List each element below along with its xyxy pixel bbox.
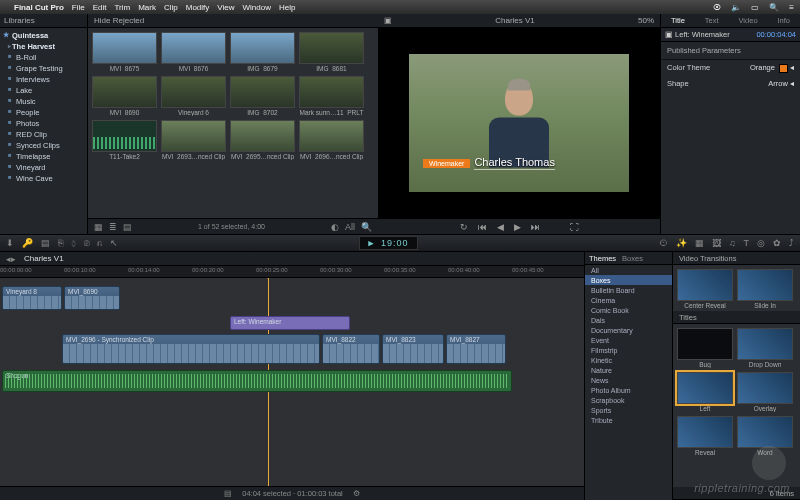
primary-clip[interactable]: MVI_8827 — [446, 334, 506, 364]
app-name[interactable]: Final Cut Pro — [14, 3, 64, 12]
fx-item[interactable]: Left — [677, 372, 733, 412]
tools-icon[interactable]: ▤ — [41, 238, 50, 248]
connected-clip[interactable]: Vineyard 8 — [2, 286, 62, 310]
play-icon[interactable]: ▶ — [514, 222, 521, 232]
play-back-icon[interactable]: ◀ — [497, 222, 504, 232]
viewer-zoom[interactable]: 50% — [638, 16, 654, 25]
enhance-icon[interactable]: ✨ — [676, 238, 687, 248]
collection-interviews[interactable]: Interviews — [2, 74, 87, 85]
effects-category[interactable]: Dals — [585, 315, 672, 325]
audio-clip[interactable]: Shogun — [2, 370, 512, 392]
param-shape[interactable]: Shape Arrow ◂ — [661, 76, 800, 91]
append-icon[interactable]: ⎚ — [84, 238, 89, 248]
menu-window[interactable]: Window — [243, 3, 271, 12]
fx-item[interactable]: Bug — [677, 328, 733, 368]
collection-photos[interactable]: Photos — [2, 118, 87, 129]
effects-category[interactable]: Cinema — [585, 295, 672, 305]
fx-item[interactable]: Drop Down — [737, 328, 793, 368]
browser-clip[interactable]: IMG_8681 — [299, 32, 364, 72]
photos-icon[interactable]: 🖼 — [712, 238, 721, 248]
collection-grape-testing[interactable]: Grape Testing — [2, 63, 87, 74]
battery-icon[interactable]: ▭ — [751, 3, 759, 12]
arrow-tool-icon[interactable]: ↖ — [110, 238, 118, 248]
effects-category[interactable]: Photo Album — [585, 385, 672, 395]
browser-clip[interactable]: IMG_8702 — [230, 76, 295, 116]
collection-music[interactable]: Music — [2, 96, 87, 107]
title-clip[interactable]: Left: Winemaker — [230, 316, 350, 330]
fullscreen-icon[interactable]: ⛶ — [570, 222, 579, 232]
browser-filter[interactable]: Hide Rejected — [88, 14, 378, 28]
browser-clip[interactable]: MVI_8676 — [161, 32, 226, 72]
primary-clip[interactable]: MVI_8822 — [322, 334, 380, 364]
browser-clip[interactable]: T11-Take2 — [92, 120, 157, 160]
lower-third[interactable]: Winemaker Charles Thomas — [423, 156, 555, 170]
collection-wine-cave[interactable]: Wine Cave — [2, 173, 87, 184]
browser-clip[interactable]: MVI_2693…nced Clip — [161, 120, 226, 160]
viewer-canvas[interactable]: Winemaker Charles Thomas — [378, 28, 660, 218]
menu-view[interactable]: View — [217, 3, 234, 12]
timeline-back-icon[interactable]: ◂▸ — [6, 254, 16, 264]
collection-timelapse[interactable]: Timelapse — [2, 151, 87, 162]
collection-people[interactable]: People — [2, 107, 87, 118]
fx-item[interactable]: Center Reveal — [677, 269, 733, 309]
next-edit-icon[interactable]: ⏭ — [531, 222, 540, 232]
effects-tab-boxes[interactable]: Boxes — [622, 254, 643, 263]
effects-category[interactable]: News — [585, 375, 672, 385]
menu-modify[interactable]: Modify — [186, 3, 210, 12]
themes-icon[interactable]: ✿ — [773, 238, 781, 248]
collection-vineyard[interactable]: Vineyard — [2, 162, 87, 173]
retime-icon[interactable]: ⏲ — [659, 238, 668, 248]
collection-synced-clips[interactable]: Synced Clips — [2, 140, 87, 151]
param-color-theme[interactable]: Color Theme Orange ◂ — [661, 60, 800, 76]
inspector-tab-title[interactable]: Title — [671, 16, 685, 25]
timeline-tracks[interactable]: Vineyard 8MVI_8690 Left: Winemaker MVI_2… — [0, 278, 584, 486]
filmstrip-view-icon[interactable]: ▦ — [94, 222, 103, 232]
overwrite-icon[interactable]: ⎌ — [97, 238, 102, 248]
collection-lake[interactable]: Lake — [2, 85, 87, 96]
browser-clip[interactable]: IMG_8679 — [230, 32, 295, 72]
browser-all-label[interactable]: All — [345, 222, 355, 232]
effects-category[interactable]: Scrapbook — [585, 395, 672, 405]
search-icon[interactable]: 🔍 — [361, 222, 372, 232]
browser-clip[interactable]: MVI_8675 — [92, 32, 157, 72]
library-event[interactable]: The Harvest — [2, 41, 87, 52]
wifi-icon[interactable]: ⦿ — [713, 3, 721, 12]
primary-clip[interactable]: MVI_8823 — [382, 334, 444, 364]
primary-clip[interactable]: MVI_2696 - Synchronized Clip — [62, 334, 320, 364]
menu-edit[interactable]: Edit — [93, 3, 107, 12]
menu-mark[interactable]: Mark — [138, 3, 156, 12]
param-value[interactable]: Orange ◂ — [750, 63, 794, 73]
import-icon[interactable]: ⬇ — [6, 238, 14, 248]
browser-clip[interactable]: Mark sunn…11_PRLT — [299, 76, 364, 116]
effects-category[interactable]: Boxes — [585, 275, 672, 285]
timeline-settings-icon[interactable]: ⚙ — [353, 489, 360, 498]
timeline-ruler[interactable]: 00:00:00:0000:00:10:0000:00:14:0000:00:2… — [0, 266, 584, 278]
collection-b-roll[interactable]: B-Roll — [2, 52, 87, 63]
inspector-tab-info[interactable]: Info — [777, 16, 790, 25]
effects-category[interactable]: Bulletin Board — [585, 285, 672, 295]
spotlight-icon[interactable]: 🔍 — [769, 3, 779, 12]
generators-icon[interactable]: ◎ — [757, 238, 765, 248]
angle-icon[interactable]: ▣ — [384, 16, 392, 25]
prev-edit-icon[interactable]: ⏮ — [478, 222, 487, 232]
titles-icon[interactable]: T — [744, 238, 750, 248]
share-icon[interactable]: ⤴ — [789, 238, 794, 248]
collection-red-clip[interactable]: RED Clip — [2, 129, 87, 140]
music-icon[interactable]: ♫ — [729, 238, 736, 248]
effects-category[interactable]: All — [585, 265, 672, 275]
timeline-project-name[interactable]: Charles V1 — [24, 254, 64, 263]
browser-clip[interactable]: MVI_2696…nced Clip — [299, 120, 364, 160]
library-root[interactable]: Quintessa — [2, 30, 87, 41]
effects-category[interactable]: Kinetic — [585, 355, 672, 365]
volume-icon[interactable]: 🔈 — [731, 3, 741, 12]
effects-category[interactable]: Event — [585, 335, 672, 345]
menu-help[interactable]: Help — [279, 3, 295, 12]
menu-extras-icon[interactable]: ≡ — [789, 3, 794, 12]
timecode-display[interactable]: ▶ 19:00 — [359, 236, 417, 250]
menu-file[interactable]: File — [72, 3, 85, 12]
skim-icon[interactable]: ◐ — [331, 222, 339, 232]
menu-clip[interactable]: Clip — [164, 3, 178, 12]
insert-icon[interactable]: ⎀ — [71, 238, 76, 248]
inspector-tab-video[interactable]: Video — [739, 16, 758, 25]
list-view-icon[interactable]: ≣ — [109, 222, 117, 232]
